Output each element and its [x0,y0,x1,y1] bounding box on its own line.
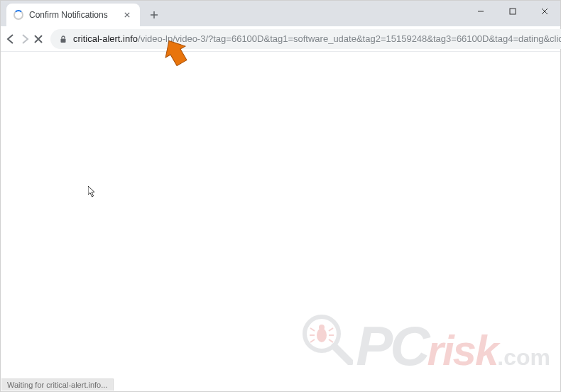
status-bar: Waiting for critical-alert.info... [1,379,114,391]
url-text: critical-alert.info/video-lp/video-3/?ta… [73,33,561,44]
arrow-right-icon [19,33,31,45]
address-bar[interactable]: critical-alert.info/video-lp/video-3/?ta… [50,29,561,49]
maximize-button[interactable] [496,1,528,22]
tab-close-button[interactable] [121,9,133,21]
svg-rect-1 [61,38,66,43]
lock-icon [59,35,67,43]
toolbar: critical-alert.info/video-lp/video-3/?ta… [1,26,560,52]
titlebar: Confirm Notifications [1,1,560,26]
tab-title: Confirm Notifications [29,10,121,20]
url-path: /video-lp/video-3/?tag=66100D&tag1=softw… [138,33,561,44]
url-domain: critical-alert.info [73,33,138,44]
close-window-button[interactable] [528,1,560,22]
status-text: Waiting for critical-alert.info... [7,381,107,389]
arrow-left-icon [5,33,16,45]
annotation-arrow-icon [163,38,188,66]
maximize-icon [509,8,516,15]
new-tab-button[interactable] [144,5,164,25]
close-icon [541,8,548,15]
minimize-icon [477,8,484,15]
mouse-cursor-icon [88,186,96,197]
back-button[interactable] [5,29,16,49]
close-icon [124,12,130,18]
browser-window: Confirm Notifications [0,0,561,392]
loading-spinner-icon [13,10,23,20]
window-controls [464,1,560,22]
stop-button[interactable] [33,29,43,49]
browser-tab[interactable]: Confirm Notifications [6,4,140,26]
minimize-button[interactable] [464,1,496,22]
svg-rect-0 [510,9,516,14]
stop-icon [33,34,43,44]
plus-icon [150,11,158,19]
page-content [1,52,560,391]
forward-button[interactable] [19,29,31,49]
